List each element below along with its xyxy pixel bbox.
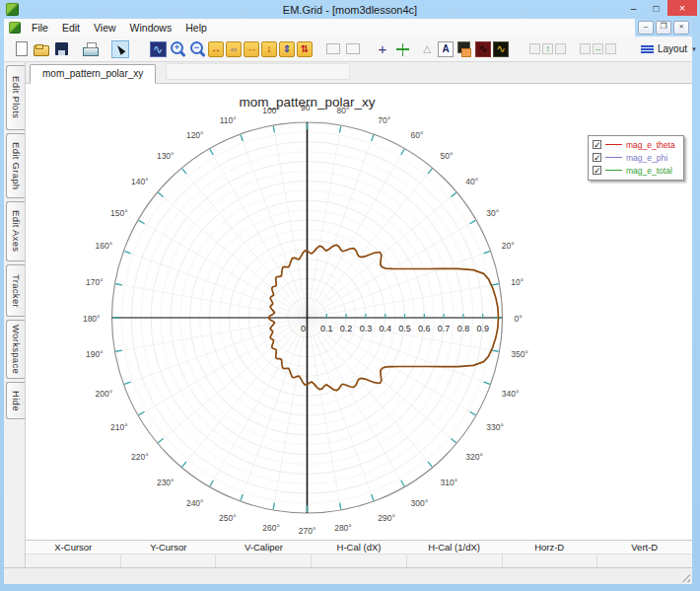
angle-tick (469, 411, 475, 414)
angle-label: 300° (411, 498, 429, 508)
print-icon[interactable] (82, 40, 100, 58)
angle-tick (158, 192, 163, 196)
maximize-button[interactable]: □ (645, 0, 667, 16)
mdi-close-button[interactable]: × (673, 21, 689, 35)
open-file-icon[interactable] (33, 40, 50, 58)
caliper-label-2: V-Caliper (216, 542, 312, 553)
legend-line-sample (605, 170, 622, 171)
angle-tick (340, 503, 341, 510)
legend: ✓mag_e_theta✓mag_e_phi✓mag_e_total (588, 135, 684, 181)
group-halign-icon[interactable]: ↔ (580, 40, 616, 58)
legend-checkbox[interactable]: ✓ (593, 153, 601, 162)
radius-tick-label: 0.7 (438, 324, 451, 333)
angle-tick (115, 284, 122, 285)
tabbar-empty-area (166, 63, 350, 80)
angle-tick (210, 480, 213, 486)
angle-label: 230° (157, 478, 175, 487)
angle-tick (241, 494, 243, 500)
sidebar-tab-edit-axes[interactable]: Edit Axes (6, 201, 25, 261)
sidebar-tab-workspace[interactable]: Workspace (6, 320, 25, 379)
sidebar-tab-edit-plots[interactable]: Edit Plots (6, 65, 25, 130)
plot-area[interactable]: mom_pattern_polar_xy00.10.20.30.40.50.60… (26, 84, 692, 540)
zoom-in-icon[interactable] (169, 40, 186, 58)
tab-bar: mom_pattern_polar_xy (26, 62, 692, 84)
new-document-icon[interactable] (13, 40, 31, 58)
add-marker-icon[interactable]: + (374, 40, 391, 58)
angle-label: 60° (411, 130, 424, 140)
mini-box-icon (529, 43, 540, 54)
graph-red-icon[interactable]: ∿ (475, 41, 491, 57)
compress-x-icon[interactable]: →← (244, 41, 259, 57)
sidebar-tab-tracker[interactable]: Tracker (6, 264, 25, 317)
grid-spoke (308, 168, 433, 318)
legend-checkbox[interactable]: ✓ (593, 166, 601, 175)
menu-item-windows[interactable]: Windows (123, 20, 179, 36)
angle-label: 80° (337, 106, 350, 115)
angle-label: 310° (440, 478, 457, 487)
region-select-icon[interactable] (324, 40, 342, 58)
grid-spoke (158, 318, 308, 443)
menu-item-view[interactable]: View (87, 20, 123, 36)
close-icon: × (679, 2, 685, 14)
legend-line-sample (605, 157, 622, 158)
mdi-controls: – ❐ × (635, 19, 692, 37)
marker-triangle-icon[interactable]: △ (418, 40, 436, 58)
caliper-value-0 (26, 554, 121, 568)
region-select-b-icon[interactable] (344, 40, 362, 58)
sidebar: Edit PlotsEdit GraphEdit AxesTrackerWork… (4, 62, 26, 567)
close-button[interactable]: × (667, 0, 697, 16)
legend-row: ✓mag_e_phi (593, 152, 675, 163)
menu-item-edit[interactable]: Edit (55, 20, 87, 36)
angle-label: 150° (110, 208, 128, 218)
plot-properties-icon[interactable] (149, 40, 167, 58)
angle-tick (340, 126, 341, 133)
angle-tick (210, 149, 213, 155)
mdi-minimize-button[interactable]: – (638, 21, 654, 35)
compress-y-icon[interactable]: ⇅ (297, 41, 313, 57)
tab-mom-pattern-polar-xy[interactable]: mom_pattern_polar_xy (30, 64, 156, 84)
angle-label: 290° (378, 513, 395, 523)
sidebar-tab-hide[interactable]: Hide (6, 382, 25, 419)
caliper-label-1: Y-Cursor (121, 542, 217, 553)
caliper-value-2 (216, 554, 312, 568)
legend-line-sample (605, 144, 622, 145)
angle-label: 270° (299, 526, 316, 536)
menu-item-file[interactable]: File (25, 20, 55, 36)
expand-y-icon[interactable]: ↕ (261, 41, 277, 57)
caliper-label-4: H-Cal (1/dX) (406, 542, 502, 553)
angle-tick (428, 169, 432, 174)
axes-tool-icon[interactable] (393, 40, 411, 58)
save-icon[interactable] (52, 40, 70, 58)
mdi-restore-button[interactable]: ❐ (656, 21, 671, 35)
radius-tick-label: 0 (301, 324, 306, 333)
caliper-labels-row: X-CursorY-CursorV-CaliperH-Cal (dX)H-Cal… (26, 541, 692, 554)
legend-checkbox[interactable]: ✓ (593, 140, 601, 149)
angle-tick (401, 149, 404, 155)
select-cursor-icon[interactable] (111, 40, 129, 58)
pan-x-icon[interactable]: ⇔ (226, 41, 242, 57)
zoom-out-icon[interactable] (188, 40, 206, 58)
group-valign-icon[interactable]: ↕ (529, 40, 566, 58)
copy-graph-icon[interactable] (455, 40, 473, 58)
minimize-button[interactable]: – (622, 0, 645, 16)
caliper-value-3 (312, 554, 407, 568)
menu-item-help[interactable]: Help (178, 20, 214, 36)
caliper-values-row (26, 554, 692, 568)
add-text-icon[interactable]: A (438, 41, 454, 57)
mini-box-icon (555, 43, 566, 54)
app-window: EM.Grid - [mom3dlesson4c] – □ × FileEdit… (0, 0, 700, 591)
radius-tick-label: 0.3 (360, 324, 373, 333)
pan-y-icon[interactable]: ⇕ (279, 41, 295, 57)
sidebar-tab-edit-graph[interactable]: Edit Graph (6, 133, 25, 198)
layout-menu-button[interactable]: Layout▼ (637, 40, 700, 58)
angle-label: 140° (131, 177, 149, 186)
radius-tick-label: 0.5 (398, 324, 411, 333)
angle-tick (115, 350, 122, 351)
resize-grip[interactable] (680, 572, 690, 582)
angle-label: 180° (83, 314, 101, 324)
angle-tick (469, 220, 475, 223)
angle-tick (492, 350, 499, 351)
angle-label: 210° (110, 422, 128, 432)
graph-gold-icon[interactable]: ∿ (493, 41, 509, 57)
expand-x-icon[interactable]: ↔ (208, 41, 224, 57)
